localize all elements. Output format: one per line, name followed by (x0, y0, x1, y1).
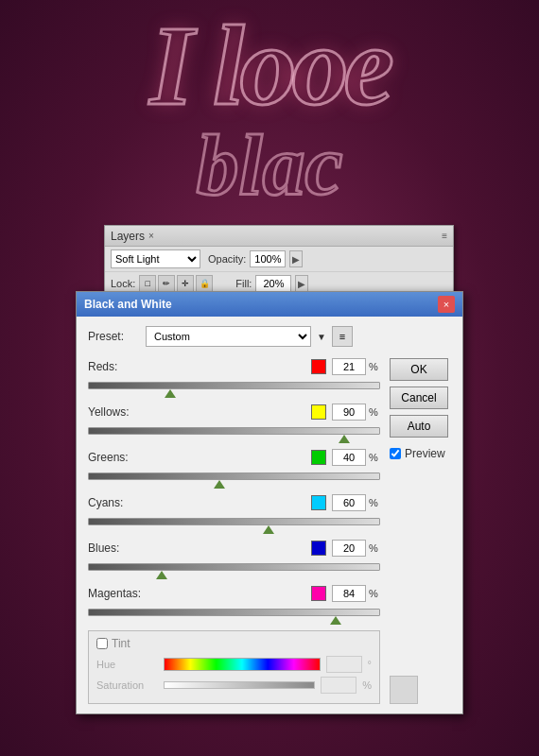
yellows-slider-row: Yellows: % (88, 404, 380, 439)
preset-row: Preset: Custom Default Darker Lighter ▼ … (88, 326, 451, 347)
cyans-track-container[interactable] (88, 513, 380, 530)
reds-color-swatch (311, 359, 326, 374)
bw-buttons-panel: OK Cancel Auto Preview (390, 358, 451, 704)
preset-label: Preset: (88, 330, 140, 343)
cyans-track (88, 518, 380, 525)
preset-dropdown-arrow: ▼ (317, 332, 326, 342)
lock-label: Lock: (111, 278, 135, 289)
lock-icons-group: □ ✏ ✛ 🔒 (139, 275, 213, 292)
blues-value-input[interactable] (332, 540, 366, 557)
reds-track-container[interactable] (88, 377, 380, 394)
layers-title-left: Layers × (111, 230, 154, 243)
cyans-percent: % (369, 497, 380, 508)
hue-gradient-bar (164, 658, 321, 671)
yellows-value-input[interactable] (332, 404, 366, 421)
tint-hue-input[interactable] (326, 656, 362, 673)
layers-panel-title: Layers (111, 230, 145, 243)
preview-checkbox[interactable] (390, 448, 401, 459)
auto-button[interactable]: Auto (390, 415, 448, 438)
bw-dialog-title: Black and White (84, 298, 172, 311)
tint-hue-field-label: Hue (96, 659, 158, 670)
reds-slider-row: Reds: % (88, 358, 380, 394)
opacity-arrow-button[interactable]: ▶ (289, 250, 303, 267)
magentas-label: Magentas: (88, 587, 154, 600)
opacity-input[interactable] (250, 250, 286, 267)
bw-main-content: Reds: % Yellows: (88, 358, 451, 704)
tint-sat-field-label: Saturation (96, 679, 158, 691)
magentas-color-swatch (311, 586, 326, 601)
tint-label: Tint (112, 637, 130, 650)
yellows-slider-header: Yellows: % (88, 404, 380, 421)
preset-select[interactable]: Custom Default Darker Lighter (146, 326, 311, 347)
saturation-track (164, 681, 315, 689)
layers-menu-button[interactable]: ≡ (442, 231, 447, 241)
tint-sat-unit: % (362, 679, 372, 691)
magentas-value-input[interactable] (332, 585, 366, 602)
preview-row: Preview (390, 447, 451, 460)
bw-close-button[interactable]: × (438, 296, 455, 313)
magentas-slider-row: Magentas: % (88, 585, 380, 621)
tint-color-swatch[interactable] (390, 676, 418, 704)
cyans-slider-header: Cyans: % (88, 494, 380, 511)
blues-thumb[interactable] (156, 571, 167, 579)
cancel-button[interactable]: Cancel (390, 387, 448, 409)
greens-slider-header: Greens: % (88, 449, 380, 466)
bw-dialog-body: Preset: Custom Default Darker Lighter ▼ … (77, 317, 462, 713)
yellows-thumb[interactable] (339, 435, 350, 443)
blues-track-container[interactable] (88, 558, 380, 576)
opacity-label: Opacity: (208, 253, 246, 265)
cyans-color-swatch (311, 495, 326, 510)
lock-transparent-button[interactable]: □ (139, 275, 156, 292)
yellows-label: Yellows: (88, 405, 154, 419)
lock-position-button[interactable]: ✛ (177, 275, 194, 292)
blend-mode-select[interactable]: Soft Light (111, 249, 200, 268)
cyans-slider-row: Cyans: % (88, 494, 380, 530)
blues-slider-row: Blues: % (88, 540, 380, 576)
bw-dialog-titlebar: Black and White × (77, 292, 462, 317)
yellows-track-container[interactable] (88, 422, 380, 439)
blues-track (88, 563, 380, 571)
black-white-dialog: Black and White × Preset: Custom Default… (76, 291, 463, 714)
bw-sliders-panel: Reds: % Yellows: (88, 358, 380, 704)
magentas-percent: % (369, 588, 380, 599)
fill-input[interactable] (255, 275, 291, 292)
layers-close-button[interactable]: × (148, 231, 154, 241)
blues-label: Blues: (88, 541, 154, 555)
layers-blend-row: Soft Light Opacity: ▶ (105, 247, 453, 272)
greens-color-swatch (311, 450, 326, 465)
greens-slider-row: Greens: % (88, 449, 380, 485)
magentas-track-container[interactable] (88, 604, 380, 621)
yellows-track (88, 427, 380, 435)
reds-slider-header: Reds: % (88, 358, 380, 375)
greens-label: Greens: (88, 451, 154, 464)
magentas-slider-header: Magentas: % (88, 585, 380, 602)
greens-track-container[interactable] (88, 468, 380, 485)
greens-value-input[interactable] (332, 449, 366, 466)
yellows-color-swatch (311, 404, 326, 420)
blues-color-swatch (311, 541, 326, 556)
reds-percent: % (369, 361, 380, 372)
reds-thumb[interactable] (165, 389, 176, 398)
blues-percent: % (369, 542, 380, 554)
tint-hue-row: Hue ° (96, 656, 372, 673)
cyans-label: Cyans: (88, 496, 154, 509)
cyans-thumb[interactable] (263, 525, 274, 534)
magentas-thumb[interactable] (330, 616, 341, 625)
lock-all-button[interactable]: 🔒 (196, 275, 213, 292)
greens-track (88, 472, 380, 480)
tint-header: Tint (96, 637, 372, 650)
lock-pixels-button[interactable]: ✏ (158, 275, 175, 292)
tint-sat-input[interactable] (321, 677, 356, 694)
fill-arrow-button[interactable]: ▶ (295, 275, 308, 292)
preview-label: Preview (405, 447, 445, 460)
greens-percent: % (369, 452, 380, 463)
preset-settings-button[interactable]: ≡ (332, 326, 353, 347)
fill-label: Fill: (235, 278, 252, 289)
greens-thumb[interactable] (214, 480, 225, 489)
layers-titlebar: Layers × ≡ (105, 226, 453, 247)
cyans-value-input[interactable] (332, 494, 366, 511)
tint-checkbox[interactable] (96, 638, 108, 649)
ok-button[interactable]: OK (390, 358, 448, 381)
tint-sat-row: Saturation % (96, 677, 372, 694)
reds-value-input[interactable] (332, 358, 366, 375)
